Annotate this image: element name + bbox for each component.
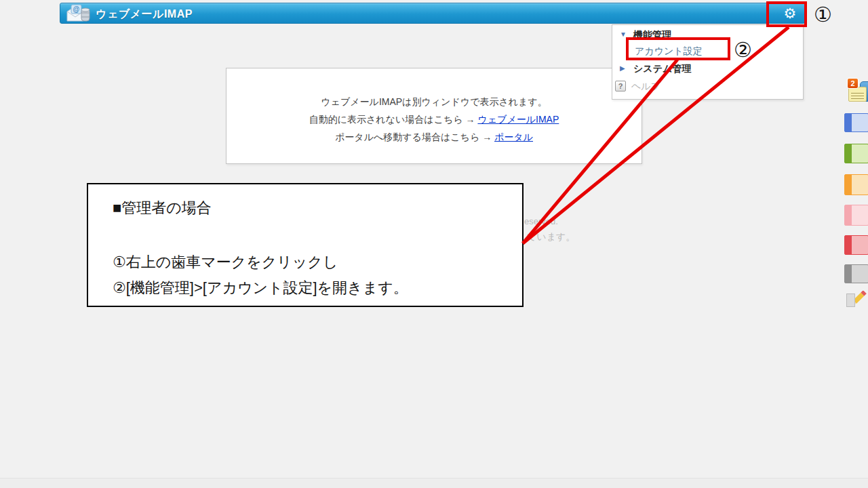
chevron-down-icon: ▼: [620, 26, 627, 43]
instruction-callout-box: ■管理者の場合 ①右上の歯車マークをクリックし ②[機能管理]>[アカウント設定…: [87, 183, 524, 307]
app-header: @ ウェブメールIMAP ⚙: [60, 3, 806, 24]
memo-launcher-icon[interactable]: 2: [847, 78, 868, 108]
settings-dropdown-menu: ▼ 機能管理 アカウント設定 ▶ システム管理 ? ヘルプ: [612, 24, 804, 100]
chevron-right-icon: ▶: [620, 60, 625, 77]
menu-item-function-admin[interactable]: ▼ 機能管理: [612, 26, 803, 43]
paper-icon: [846, 293, 855, 307]
gear-icon[interactable]: ⚙: [776, 3, 804, 23]
message-line3: ポータルへ移動する場合はこちら → ポータル: [226, 128, 642, 146]
menu-item-account-settings[interactable]: アカウント設定: [612, 43, 803, 59]
red-book-launcher-icon[interactable]: [844, 235, 868, 255]
webmail-app-icon: @: [65, 3, 91, 27]
step-badge-2: ②: [734, 38, 752, 62]
webmail-imap-link[interactable]: ウェブメールIMAP: [477, 114, 559, 125]
callout-step2: ②[機能管理]>[アカウント設定]を開きます。: [113, 275, 522, 301]
webmail-launch-message-box: ウェブメールIMAPは別ウィンドウで表示されます。 自動的に表示されない場合はこ…: [226, 68, 642, 164]
copyright-text-fragment: eserved.: [524, 216, 558, 226]
help-icon: ?: [615, 81, 626, 92]
callout-step1: ①右上の歯車マークをクリックし: [113, 249, 522, 275]
pink-book-launcher-icon[interactable]: [844, 205, 868, 226]
green-book-launcher-icon[interactable]: [844, 144, 868, 163]
page-title: ウェブメールIMAP: [96, 7, 193, 22]
menu-item-system-admin[interactable]: ▶ システム管理: [612, 60, 803, 77]
gray-book-launcher-icon[interactable]: [844, 264, 868, 283]
pencil-launcher-icon[interactable]: [846, 291, 868, 309]
callout-heading: ■管理者の場合: [113, 198, 522, 218]
blue-book-launcher-icon[interactable]: [844, 113, 868, 132]
notification-count-badge: 2: [847, 78, 859, 89]
message-line1: ウェブメールIMAPは別ウィンドウで表示されます。: [226, 93, 642, 110]
footer-text-fragment: ています。: [527, 231, 575, 243]
menu-item-help[interactable]: ? ヘルプ: [612, 78, 803, 94]
step-badge-1: ①: [814, 3, 832, 26]
portal-link[interactable]: ポータル: [494, 131, 533, 142]
svg-text:@: @: [73, 5, 80, 13]
sticky-note-icon: [848, 87, 867, 102]
message-line2: 自動的に表示されない場合はこちら → ウェブメールIMAP: [226, 110, 642, 128]
bottom-strip: [0, 478, 868, 488]
orange-book-launcher-icon[interactable]: [844, 174, 868, 195]
